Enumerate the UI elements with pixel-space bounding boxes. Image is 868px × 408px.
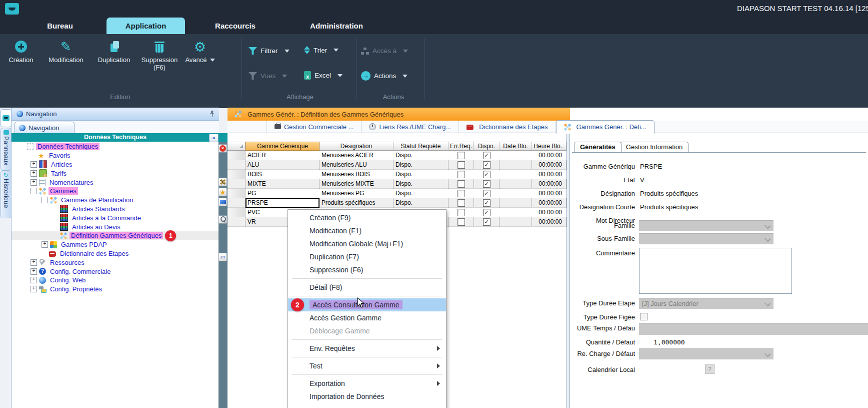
cell-err-req[interactable] (448, 217, 474, 227)
tree-item[interactable]: Dictionnaire des Etapes (12, 249, 219, 258)
magnifier-button[interactable] (218, 215, 227, 224)
tree-item[interactable]: ★Favoris (12, 151, 219, 160)
menu-item[interactable]: Duplication (F7) (288, 250, 446, 263)
sidebar-tab-panneaux[interactable]: Panneaux (0, 128, 12, 171)
tree-expand-toggle[interactable]: + (30, 286, 37, 292)
row-header[interactable] (228, 198, 246, 208)
creation-button[interactable]: Création (2, 39, 40, 64)
tree-item[interactable]: −Gammes (12, 187, 219, 196)
column-header[interactable]: Heure Blo. (532, 142, 566, 151)
cell-statut[interactable]: Dispo. (394, 151, 448, 160)
cell-designation[interactable]: Menuiseries ACIER (320, 151, 394, 160)
cell-date-blo[interactable] (500, 170, 532, 179)
field-checkbox[interactable] (640, 313, 648, 320)
cell-designation[interactable]: Menuiseries ALU (320, 160, 394, 170)
cell-date-blo[interactable] (500, 198, 532, 208)
cell-designation[interactable]: Menuiseries PG (320, 189, 394, 198)
tree-item[interactable]: +Tarifs (12, 169, 219, 178)
menu-item[interactable]: 2Accès Consultation Gamme (288, 298, 446, 311)
cell-dispo[interactable] (474, 217, 500, 227)
tab-raccourcis[interactable]: Raccourcis (204, 18, 266, 34)
row-header[interactable] (228, 151, 246, 160)
sidebar-tab-historique[interactable]: ↻ Historique (0, 170, 12, 218)
tree-item[interactable]: +Nomenclatures (12, 178, 219, 187)
dispo-checkbox[interactable] (483, 190, 490, 197)
column-header[interactable]: Dispo. (474, 142, 500, 151)
cell-designation[interactable]: Menuiseries MIXTE (320, 179, 394, 189)
star-button[interactable]: ★ (218, 188, 227, 196)
tree-item[interactable]: +Config. Propriétés (12, 285, 219, 294)
cell-dispo[interactable] (474, 208, 500, 217)
row-header[interactable] (228, 217, 246, 227)
cell-err-req[interactable] (448, 170, 474, 179)
tree-item[interactable]: +Articles (12, 160, 219, 169)
cell-err-req[interactable] (448, 198, 474, 208)
cell-dispo[interactable] (474, 151, 500, 160)
tab-generalites[interactable]: Généralités (574, 142, 622, 152)
cell-date-blo[interactable] (500, 160, 532, 170)
filtrer-button[interactable]: Filtrer (248, 47, 290, 55)
collapse-tree-button[interactable]: » (209, 134, 218, 142)
cell-statut[interactable]: Dispo. (394, 160, 448, 170)
suppression-button[interactable]: Suppression (F6) (138, 39, 181, 71)
table-row[interactable]: MIXTEMenuiseries MIXTEDispo.00:00:00 (228, 179, 566, 189)
cell-gamme[interactable]: ACIER (246, 151, 320, 160)
cell-err-req[interactable] (448, 179, 474, 189)
tree-item[interactable]: +?Config. Commerciale (12, 267, 219, 276)
menu-item[interactable]: Env. Requêtes (288, 342, 446, 355)
tree-expand-toggle[interactable]: + (30, 277, 37, 283)
navigation-tab[interactable]: Navigation (14, 122, 74, 133)
tree-item[interactable]: −Gammes de Planification (12, 196, 219, 205)
cell-gamme[interactable]: ALU (246, 160, 320, 170)
comment-textarea[interactable] (639, 248, 792, 294)
column-header[interactable]: Désignation (320, 142, 394, 151)
input-field[interactable] (639, 323, 868, 335)
table-row[interactable]: ALUMenuiseries ALUDispo.00:00:00 (228, 160, 566, 170)
cell-heure-blo[interactable]: 00:00:00 (532, 189, 566, 198)
help-button[interactable]: ? (705, 364, 714, 374)
dispo-checkbox[interactable] (483, 199, 490, 207)
table-row[interactable]: ACIERMenuiseries ACIERDispo.00:00:00 (228, 151, 566, 160)
row-header[interactable] (228, 189, 246, 198)
modification-button[interactable]: ✎ Modification (42, 39, 90, 64)
select-all-header[interactable] (228, 142, 246, 151)
cell-designation[interactable]: Menuiseries BOIS (320, 170, 394, 179)
cell-date-blo[interactable] (500, 208, 532, 217)
cell-err-req[interactable] (448, 208, 474, 217)
duplication-button[interactable]: Duplication (91, 39, 137, 64)
err-req-checkbox[interactable] (458, 190, 465, 197)
tab-gestion-information[interactable]: Gestion Information (620, 142, 688, 152)
cell-designation[interactable]: Produits spécifiques (320, 198, 394, 208)
cell-err-req[interactable] (448, 160, 474, 170)
menu-item[interactable]: Détail (F8) (288, 281, 446, 294)
cell-gamme[interactable]: MIXTE (246, 179, 320, 189)
tree-expand-toggle[interactable]: − (30, 188, 37, 194)
doc-tab-gestion-commerciale[interactable]: Gestion Commerciale ... (266, 121, 362, 133)
z1-button[interactable]: Z1 (218, 253, 227, 261)
dispo-checkbox[interactable] (483, 180, 490, 188)
cell-date-blo[interactable] (500, 151, 532, 160)
doc-tab-liens-res[interactable]: Liens Res./UME Charg... (362, 121, 459, 133)
cell-gamme[interactable]: PG (246, 189, 320, 198)
dropdown-field[interactable] (639, 220, 774, 231)
err-req-checkbox[interactable] (458, 161, 465, 169)
cell-heure-blo[interactable]: 00:00:00 (532, 198, 566, 208)
dropdown-field[interactable] (639, 233, 774, 244)
cell-date-blo[interactable] (500, 217, 532, 227)
cell-heure-blo[interactable]: 00:00:00 (532, 217, 566, 227)
err-req-checkbox[interactable] (458, 199, 465, 207)
avance-button[interactable]: ⚙ Avancé (181, 39, 219, 64)
dispo-checkbox[interactable] (483, 152, 490, 159)
cell-heure-blo[interactable]: 00:00:00 (532, 151, 566, 160)
tree-item[interactable]: +Config. Web (12, 276, 219, 285)
err-req-checkbox[interactable] (458, 171, 465, 178)
tree-expand-toggle[interactable]: + (30, 268, 37, 275)
row-header[interactable] (228, 179, 246, 189)
err-req-checkbox[interactable] (458, 209, 465, 216)
dispo-checkbox[interactable] (483, 161, 490, 169)
menu-item[interactable]: Suppression (F6) (288, 263, 446, 276)
tree-expand-toggle[interactable]: + (30, 161, 37, 168)
row-header[interactable] (228, 208, 246, 217)
menu-item[interactable]: Modification (F1) (288, 224, 446, 237)
panel-divider[interactable] (566, 133, 570, 408)
